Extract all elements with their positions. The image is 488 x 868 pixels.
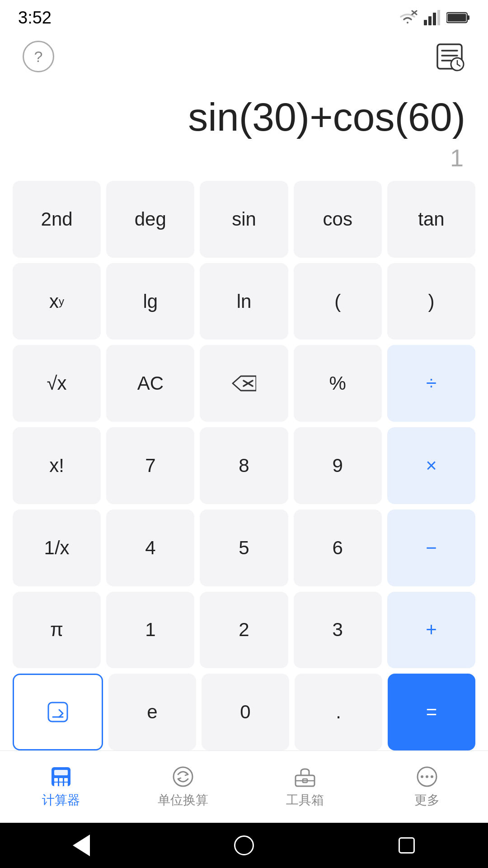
key-row-7: e 0 . = <box>13 674 475 750</box>
key-row-6: π 1 2 3 + <box>13 592 475 669</box>
key-backspace[interactable] <box>200 345 288 422</box>
status-bar: 3:52 <box>0 0 488 32</box>
svg-point-34 <box>426 775 428 778</box>
nav-back-button[interactable] <box>68 832 95 859</box>
svg-rect-3 <box>428 16 432 25</box>
key-1[interactable]: 1 <box>106 592 194 669</box>
svg-point-28 <box>174 767 192 786</box>
key-row-3: √x AC % ÷ <box>13 345 475 422</box>
history-icon <box>434 41 465 72</box>
key-2nd[interactable]: 2nd <box>13 181 101 258</box>
svg-rect-27 <box>64 783 68 786</box>
svg-rect-23 <box>59 778 63 782</box>
signal-icon <box>424 10 440 25</box>
svg-rect-4 <box>433 13 436 25</box>
back-icon <box>73 835 90 856</box>
key-2[interactable]: 2 <box>200 592 288 669</box>
key-6[interactable]: 6 <box>294 509 382 586</box>
backspace-icon <box>232 374 256 392</box>
key-reciprocal[interactable]: 1/x <box>13 509 101 586</box>
calculator-icon <box>50 765 72 788</box>
key-4[interactable]: 4 <box>106 509 194 586</box>
key-cos[interactable]: cos <box>294 181 382 258</box>
more-icon <box>416 765 438 788</box>
key-9[interactable]: 9 <box>294 427 382 504</box>
result-display: 1 <box>450 144 465 172</box>
svg-point-35 <box>431 775 433 778</box>
key-8[interactable]: 8 <box>200 427 288 504</box>
battery-icon <box>446 11 470 24</box>
status-icons <box>398 10 470 25</box>
key-0[interactable]: 0 <box>202 674 289 750</box>
key-multiply[interactable]: × <box>387 427 475 504</box>
collapse-icon <box>47 701 69 723</box>
key-sin[interactable]: sin <box>200 181 288 258</box>
key-collapse[interactable] <box>13 674 103 750</box>
svg-rect-8 <box>448 14 466 22</box>
key-row-4: x! 7 8 9 × <box>13 427 475 504</box>
key-sqrt[interactable]: √x <box>13 345 101 422</box>
key-lg[interactable]: lg <box>106 263 194 340</box>
svg-rect-21 <box>54 770 68 775</box>
svg-rect-2 <box>424 20 427 25</box>
key-dot[interactable]: . <box>295 674 382 750</box>
keypad: 2nd deg sin cos tan xy lg ln ( ) √x AC %… <box>0 172 488 750</box>
svg-rect-5 <box>437 10 440 25</box>
bottom-nav: 计算器 单位换算 工具箱 更多 <box>0 750 488 823</box>
status-time: 3:52 <box>18 8 52 28</box>
key-factorial[interactable]: x! <box>13 427 101 504</box>
nav-more-label: 更多 <box>414 792 440 809</box>
help-icon: ? <box>34 48 43 66</box>
app-bar: ? <box>0 32 488 81</box>
key-subtract[interactable]: − <box>387 509 475 586</box>
key-pi[interactable]: π <box>13 592 101 669</box>
nav-recents-button[interactable] <box>393 832 420 859</box>
key-tan[interactable]: tan <box>387 181 475 258</box>
history-button[interactable] <box>434 41 465 72</box>
nav-unit-converter[interactable]: 单位换算 <box>122 759 244 815</box>
key-close-paren[interactable]: ) <box>387 263 475 340</box>
key-row-1: 2nd deg sin cos tan <box>13 181 475 258</box>
key-7[interactable]: 7 <box>106 427 194 504</box>
unit-converter-icon <box>172 765 194 788</box>
key-add[interactable]: + <box>387 592 475 669</box>
svg-rect-18 <box>48 703 67 722</box>
android-nav-bar <box>0 823 488 868</box>
key-3[interactable]: 3 <box>294 592 382 669</box>
key-deg[interactable]: deg <box>106 181 194 258</box>
key-e[interactable]: e <box>108 674 196 750</box>
key-5[interactable]: 5 <box>200 509 288 586</box>
svg-point-33 <box>421 775 423 778</box>
nav-unit-converter-label: 单位换算 <box>158 792 208 809</box>
wifi-icon <box>398 10 418 25</box>
nav-calculator-label: 计算器 <box>42 792 80 809</box>
svg-rect-22 <box>54 778 58 782</box>
key-power[interactable]: xy <box>13 263 101 340</box>
svg-rect-7 <box>467 15 469 20</box>
svg-rect-25 <box>54 783 58 786</box>
nav-toolbox-label: 工具箱 <box>286 792 324 809</box>
svg-rect-24 <box>64 778 68 782</box>
nav-home-button[interactable] <box>230 832 258 859</box>
svg-rect-26 <box>59 783 63 786</box>
key-divide[interactable]: ÷ <box>387 345 475 422</box>
key-percent[interactable]: % <box>294 345 382 422</box>
nav-more[interactable]: 更多 <box>366 759 488 815</box>
key-open-paren[interactable]: ( <box>294 263 382 340</box>
help-button[interactable]: ? <box>23 41 54 72</box>
key-ac[interactable]: AC <box>106 345 194 422</box>
nav-toolbox[interactable]: 工具箱 <box>244 759 366 815</box>
nav-calculator[interactable]: 计算器 <box>0 759 122 815</box>
expression-area: sin(30)+cos(60) 1 <box>0 81 488 172</box>
key-equals[interactable]: = <box>388 674 475 750</box>
expression-display: sin(30)+cos(60) <box>188 95 465 139</box>
key-row-5: 1/x 4 5 6 − <box>13 509 475 586</box>
key-row-2: xy lg ln ( ) <box>13 263 475 340</box>
toolbox-icon <box>294 765 316 788</box>
recents-icon <box>399 837 415 854</box>
key-ln[interactable]: ln <box>200 263 288 340</box>
home-icon <box>234 835 254 855</box>
